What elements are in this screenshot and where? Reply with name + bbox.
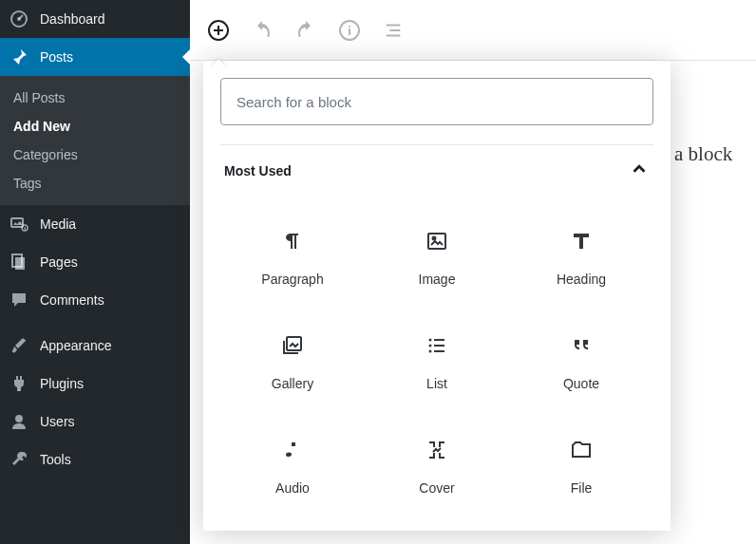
pages-icon [9, 253, 28, 272]
sidebar-item-label: Comments [40, 292, 104, 308]
cover-icon [425, 439, 448, 461]
sidebar-sub-tags[interactable]: Tags [0, 169, 190, 197]
block-image[interactable]: Image [365, 206, 509, 310]
sidebar-item-label: Users [40, 414, 75, 429]
svg-point-1 [17, 17, 21, 21]
block-label: Image [419, 272, 456, 287]
block-paragraph[interactable]: Paragraph [220, 206, 365, 310]
sidebar-item-comments[interactable]: Comments [0, 281, 190, 319]
sidebar-item-dashboard[interactable]: Dashboard [0, 0, 190, 38]
search-input[interactable] [220, 78, 653, 125]
sidebar-item-media[interactable]: Media [0, 205, 190, 243]
audio-icon [281, 439, 304, 461]
sidebar-item-label: Plugins [40, 376, 84, 391]
search-wrapper [220, 78, 653, 125]
block-quote[interactable]: Quote [509, 310, 653, 415]
paragraph-icon [281, 230, 304, 253]
svg-rect-13 [434, 339, 444, 341]
editor-placeholder-fragment: a block [674, 142, 732, 166]
svg-point-12 [429, 339, 432, 342]
dashboard-icon [9, 9, 28, 28]
file-icon [570, 439, 593, 461]
block-label: File [571, 480, 593, 496]
block-heading[interactable]: Heading [509, 206, 653, 310]
sidebar-item-tools[interactable]: Tools [0, 441, 190, 478]
block-label: Audio [275, 480, 310, 496]
plugin-icon [9, 374, 28, 393]
sidebar-item-users[interactable]: Users [0, 403, 190, 441]
quote-icon [570, 334, 593, 357]
sidebar-item-label: Dashboard [40, 11, 105, 27]
block-cover[interactable]: Cover [365, 415, 509, 519]
block-grid: Paragraph Image Heading Gallery [220, 206, 653, 519]
sidebar-sub-categories[interactable]: Categories [0, 141, 190, 169]
info-button[interactable] [338, 19, 361, 42]
editor-main: a block Most Used Paragraph Image [190, 0, 756, 544]
heading-icon [570, 230, 593, 253]
sidebar-item-label: Media [40, 216, 76, 232]
block-inserter-popover: Most Used Paragraph Image [203, 61, 671, 531]
section-toggle-most-used[interactable]: Most Used [220, 144, 653, 197]
block-label: Cover [419, 480, 454, 496]
svg-point-10 [433, 237, 436, 240]
sidebar-submenu-posts: All Posts Add New Categories Tags [0, 76, 190, 205]
svg-point-16 [429, 350, 432, 353]
svg-rect-5 [15, 257, 25, 270]
media-icon [9, 215, 28, 234]
chevron-up-icon [629, 159, 650, 183]
sidebar-item-label: Pages [40, 254, 78, 270]
sidebar-sub-add-new[interactable]: Add New [0, 112, 190, 141]
block-label: Paragraph [261, 272, 323, 287]
outline-button[interactable] [382, 19, 405, 42]
sidebar-item-label: Tools [40, 452, 71, 467]
svg-rect-11 [287, 337, 301, 350]
svg-point-14 [429, 345, 432, 347]
sidebar-item-appearance[interactable]: Appearance [0, 327, 190, 365]
sidebar-item-label: Appearance [40, 338, 112, 353]
svg-rect-17 [434, 350, 444, 352]
comments-icon [9, 291, 28, 310]
block-label: List [426, 376, 447, 391]
sidebar-item-label: Posts [40, 49, 73, 65]
image-icon [425, 230, 448, 253]
svg-rect-15 [434, 345, 444, 347]
sidebar-item-pages[interactable]: Pages [0, 243, 190, 281]
svg-point-6 [15, 415, 23, 422]
list-icon [425, 334, 448, 357]
svg-rect-2 [11, 218, 23, 227]
block-gallery[interactable]: Gallery [220, 310, 365, 415]
block-file[interactable]: File [509, 415, 653, 519]
block-label: Quote [563, 376, 599, 391]
block-audio[interactable]: Audio [220, 415, 365, 519]
section-title: Most Used [224, 163, 292, 178]
redo-button[interactable] [294, 19, 317, 42]
brush-icon [9, 336, 28, 355]
svg-rect-9 [428, 234, 445, 249]
add-block-button[interactable] [207, 19, 230, 42]
editor-toolbar [190, 0, 756, 61]
admin-sidebar: Dashboard Posts All Posts Add New Catego… [0, 0, 190, 544]
gallery-icon [281, 334, 304, 357]
pin-icon [9, 47, 28, 66]
sidebar-item-posts[interactable]: Posts [0, 38, 190, 76]
undo-button[interactable] [251, 19, 274, 42]
wrench-icon [9, 450, 28, 469]
sidebar-sub-all-posts[interactable]: All Posts [0, 84, 190, 112]
sidebar-item-plugins[interactable]: Plugins [0, 365, 190, 403]
user-icon [9, 412, 28, 431]
block-label: Gallery [272, 376, 313, 391]
block-label: Heading [557, 272, 606, 287]
block-list[interactable]: List [365, 310, 509, 415]
